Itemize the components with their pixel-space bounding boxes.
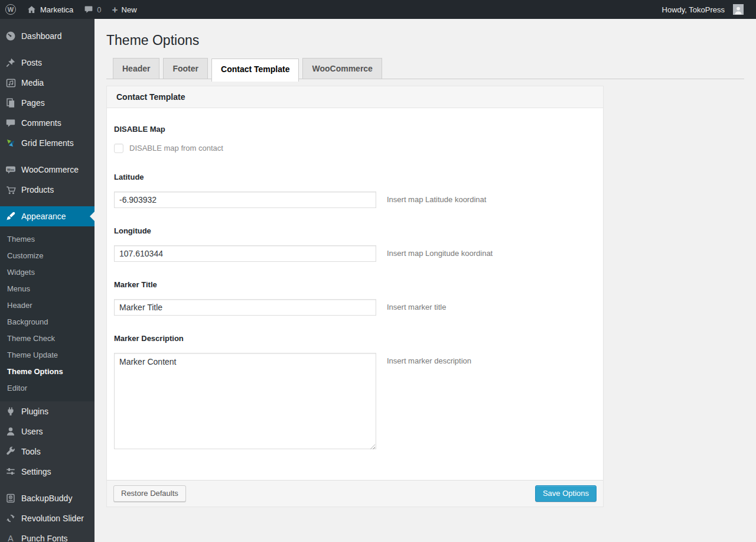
sidebar-item-label: Products <box>21 185 54 194</box>
contact-template-panel: Contact Template DISABLE Map DISABLE map… <box>106 86 604 507</box>
letter-a-icon: A <box>5 533 17 542</box>
dashboard-icon <box>5 30 17 42</box>
sidebar-item-revolution-slider[interactable]: Revolution Slider <box>0 508 94 528</box>
marker-title-label: Marker Title <box>114 280 591 289</box>
submenu-item-background[interactable]: Background <box>0 313 94 330</box>
sidebar-item-products[interactable]: Products <box>0 180 94 200</box>
submenu-item-header[interactable]: Header <box>0 297 94 313</box>
wordpress-logo-menu[interactable]: W <box>0 0 21 19</box>
tab-woocommerce[interactable]: WooCommerce <box>302 58 382 79</box>
marker-description-textarea[interactable]: Marker Content <box>114 353 376 449</box>
comments-icon <box>5 117 17 129</box>
howdy-text: Howdy, TokoPress <box>662 5 725 14</box>
sidebar-item-comments[interactable]: Comments <box>0 113 94 133</box>
page-title: Theme Options <box>106 19 744 50</box>
media-icon <box>5 77 17 89</box>
grid-elements-icon <box>5 137 17 149</box>
tab-header[interactable]: Header <box>113 58 159 79</box>
plus-icon: + <box>112 5 118 15</box>
submenu-item-theme-update[interactable]: Theme Update <box>0 346 94 363</box>
sidebar-item-backupbuddy[interactable]: BackupBuddy <box>0 488 94 508</box>
restore-defaults-button[interactable]: Restore Defaults <box>113 485 186 502</box>
sidebar-item-label: Dashboard <box>21 31 62 41</box>
sidebar-item-label: Settings <box>21 467 51 476</box>
menu-separator <box>0 153 94 160</box>
backup-drive-icon <box>5 492 17 504</box>
disable-map-checkbox-label: DISABLE map from contact <box>129 144 223 152</box>
submenu-item-customize[interactable]: Customize <box>0 247 94 264</box>
submenu-item-editor[interactable]: Editor <box>0 379 94 396</box>
sidebar-item-appearance[interactable]: Appearance <box>0 206 94 226</box>
refresh-arrows-icon <box>5 512 17 524</box>
save-options-button[interactable]: Save Options <box>535 485 597 502</box>
sidebar-item-label: Punch Fonts <box>21 534 68 542</box>
sidebar-item-label: Grid Elements <box>21 138 74 148</box>
marker-title-help-text: Insert marker title <box>387 299 446 311</box>
plug-icon <box>5 405 17 417</box>
submenu-item-theme-check[interactable]: Theme Check <box>0 330 94 346</box>
latitude-input[interactable] <box>114 192 376 208</box>
panel-footer: Restore Defaults Save Options <box>107 480 603 507</box>
marker-title-input[interactable] <box>114 299 376 316</box>
submenu-item-widgets[interactable]: Widgets <box>0 264 94 280</box>
sidebar-item-label: Tools <box>21 447 41 456</box>
field-latitude: Latitude Insert map Latitude koordinat <box>114 173 591 208</box>
sidebar-item-woocommerce[interactable]: Woo WooCommerce <box>0 160 94 180</box>
submenu-item-themes[interactable]: Themes <box>0 231 94 247</box>
submenu-item-menus[interactable]: Menus <box>0 280 94 297</box>
field-disable-map: DISABLE Map DISABLE map from contact <box>114 125 591 153</box>
sidebar-item-tools[interactable]: Tools <box>0 442 94 462</box>
comment-bubble-icon <box>84 5 93 14</box>
wordpress-logo-icon: W <box>5 4 16 15</box>
admin-bar: W Marketica 0 + New Howdy, TokoPress <box>0 0 756 19</box>
sidebar-item-label: Revolution Slider <box>21 514 84 523</box>
new-label: New <box>122 5 137 14</box>
tab-contact-template[interactable]: Contact Template <box>211 59 299 82</box>
sidebar-item-label: Appearance <box>21 212 66 221</box>
home-icon <box>27 5 37 15</box>
sidebar-item-label: Posts <box>21 58 42 67</box>
sidebar-item-label: WooCommerce <box>21 165 79 174</box>
sidebar-item-users[interactable]: Users <box>0 421 94 442</box>
sidebar-item-settings[interactable]: Settings <box>0 462 94 482</box>
longitude-label: Longitude <box>114 226 591 235</box>
sidebar-item-pages[interactable]: Pages <box>0 93 94 113</box>
field-marker-description: Marker Description Marker Content Insert… <box>114 334 591 452</box>
panel-body: DISABLE Map DISABLE map from contact Lat… <box>107 108 603 480</box>
disable-map-checkbox-row[interactable]: DISABLE map from contact <box>114 144 591 153</box>
pages-icon <box>5 97 17 109</box>
disable-map-label: DISABLE Map <box>114 125 591 134</box>
sidebar-item-posts[interactable]: Posts <box>0 53 94 73</box>
submenu-item-theme-options[interactable]: Theme Options <box>0 363 94 379</box>
tab-footer[interactable]: Footer <box>163 58 208 79</box>
user-icon <box>5 426 17 437</box>
sidebar-item-grid-elements[interactable]: Grid Elements <box>0 133 94 153</box>
longitude-input[interactable] <box>114 245 376 262</box>
sidebar-item-dashboard[interactable]: Dashboard <box>0 26 94 46</box>
account-menu[interactable]: Howdy, TokoPress <box>657 0 749 19</box>
avatar <box>733 4 744 15</box>
sidebar-item-media[interactable]: Media <box>0 73 94 93</box>
sidebar-item-label: BackupBuddy <box>21 494 72 503</box>
svg-text:Woo: Woo <box>7 168 15 171</box>
admin-bar-comments[interactable]: 0 <box>79 0 106 19</box>
appearance-submenu: Themes Customize Widgets Menus Header Ba… <box>0 226 94 401</box>
sidebar-item-label: Comments <box>21 118 61 128</box>
disable-map-checkbox[interactable] <box>114 144 123 153</box>
field-marker-title: Marker Title Insert marker title <box>114 280 591 316</box>
settings-icon <box>5 466 17 478</box>
sidebar-item-plugins[interactable]: Plugins <box>0 401 94 421</box>
site-name-link[interactable]: Marketica <box>21 0 79 19</box>
sidebar-item-label: Media <box>21 78 44 87</box>
sidebar-item-label: Users <box>21 427 43 436</box>
marker-description-help-text: Insert marker description <box>387 353 471 365</box>
wrench-icon <box>5 446 17 457</box>
menu-separator <box>0 200 94 206</box>
site-name-label: Marketica <box>40 5 73 14</box>
new-content-button[interactable]: + New <box>107 0 142 19</box>
menu-separator <box>0 482 94 488</box>
sidebar-item-punch-fonts[interactable]: A Punch Fonts <box>0 528 94 542</box>
pushpin-icon <box>5 57 17 69</box>
sidebar-item-label: Plugins <box>21 407 48 416</box>
latitude-label: Latitude <box>114 173 591 181</box>
